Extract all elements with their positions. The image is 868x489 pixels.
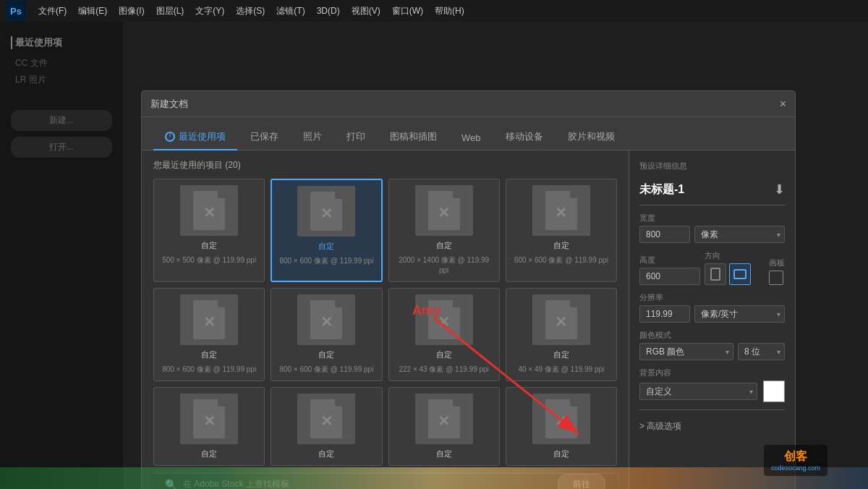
- corner-watermark: 创客 codesocang.com: [723, 431, 868, 489]
- dialog-close-button[interactable]: ×: [780, 98, 786, 110]
- template-card-2[interactable]: ✕ 自定 2000 × 1400 像素 @ 119.99 ppi: [388, 179, 500, 282]
- template-card-5[interactable]: ✕ 自定 800 × 600 像素 @ 119.99 ppi: [271, 288, 382, 381]
- tab-recent[interactable]: 最近使用项: [153, 124, 237, 150]
- doc-icon-8: ✕: [193, 399, 225, 438]
- template-thumb-9: ✕: [297, 394, 355, 444]
- template-card-9[interactable]: ✕ 自定: [271, 387, 382, 466]
- template-thumb-8: ✕: [180, 394, 238, 444]
- template-card-0[interactable]: ✕ 自定 500 × 500 像素 @ 119.99 ppi: [153, 179, 265, 282]
- bg-content-field-row: 背景内容 白色 黑色 背景色 透明 自定义: [639, 367, 785, 402]
- tab-film[interactable]: 胶片和视频: [556, 124, 626, 150]
- template-name-10: 自定: [436, 448, 452, 459]
- resolution-unit-select[interactable]: 像素/英寸 像素/厘米: [694, 305, 785, 323]
- tab-print[interactable]: 打印: [335, 124, 377, 150]
- menu-filter[interactable]: 滤镜(T): [271, 2, 310, 20]
- tab-saved[interactable]: 已保存: [239, 124, 290, 150]
- width-input[interactable]: [639, 226, 690, 243]
- background-area: 最近使用项 CC 文件 LR 照片 新建... 打开... 新建文档 × 最近使…: [0, 22, 868, 489]
- dialog-body: 您最近使用的项目 (20) ✕ 自定 500 × 500 像素 @ 119.99…: [142, 150, 795, 489]
- template-card-7[interactable]: ✕ 自定 40 × 49 像素 @ 119.99 ppi: [506, 288, 617, 381]
- height-label: 高度: [639, 255, 700, 265]
- template-size-0: 500 × 500 像素 @ 119.99 ppi: [162, 255, 256, 265]
- width-unit-select[interactable]: 像素 英寸 厘米: [694, 226, 785, 243]
- doc-icon-0: ✕: [193, 191, 225, 230]
- tab-mobile[interactable]: 移动设备: [494, 124, 555, 150]
- template-name-4: 自定: [201, 349, 217, 360]
- template-thumb-4: ✕: [180, 294, 238, 345]
- menu-bar: Ps 文件(F) 编辑(E) 图像(I) 图层(L) 文字(Y) 选择(S) 滤…: [0, 0, 868, 22]
- menu-text[interactable]: 文字(Y): [190, 2, 229, 20]
- menu-3d[interactable]: 3D(D): [312, 3, 345, 19]
- color-depth-select[interactable]: 8 位 16 位 32 位: [738, 343, 785, 360]
- doc-icon-7: ✕: [545, 300, 577, 339]
- tab-photo[interactable]: 照片: [292, 124, 333, 150]
- orientation-label: 方向: [705, 250, 765, 261]
- menu-window[interactable]: 窗口(W): [387, 2, 428, 20]
- svg-rect-0: [711, 268, 720, 280]
- menu-help[interactable]: 帮助(H): [430, 2, 469, 20]
- content-area: 您最近使用的项目 (20) ✕ 自定 500 × 500 像素 @ 119.99…: [142, 150, 629, 489]
- doc-icon-5: ✕: [310, 300, 342, 339]
- menu-layer[interactable]: 图层(L): [151, 2, 190, 20]
- template-name-5: 自定: [318, 349, 334, 360]
- menu-view[interactable]: 视图(V): [346, 2, 386, 20]
- new-document-dialog: 新建文档 × 最近使用项 已保存 照片 打印 图稿和插图 Web 移动设备 胶片…: [141, 90, 796, 489]
- color-mode-select[interactable]: RGB 颜色 CMYK 颜色 灰度: [639, 343, 733, 360]
- bg-content-select[interactable]: 白色 黑色 背景色 透明 自定义: [639, 383, 757, 400]
- template-size-1: 800 × 600 像素 @ 119.99 ppi: [279, 256, 373, 266]
- template-card-6[interactable]: ✕ 自定 222 × 43 像素 @ 119.99 ppi: [388, 288, 500, 381]
- template-card-10[interactable]: ✕ 自定: [388, 387, 500, 466]
- menu-file[interactable]: 文件(F): [33, 2, 72, 20]
- doc-icon-11: ✕: [545, 399, 577, 438]
- template-name-8: 自定: [201, 448, 217, 459]
- template-name-6: 自定: [436, 349, 452, 360]
- width-field-row: 宽度 像素 英寸 厘米: [639, 213, 785, 243]
- template-card-11[interactable]: ✕ 自定: [506, 387, 617, 466]
- resolution-field-row: 分辨率 像素/英寸 像素/厘米: [639, 292, 785, 323]
- color-mode-field-row: 颜色模式 RGB 颜色 CMYK 颜色 灰度 8 位: [639, 330, 785, 360]
- template-name-7: 自定: [553, 349, 569, 360]
- color-mode-wrap: RGB 颜色 CMYK 颜色 灰度: [639, 343, 733, 360]
- tab-art[interactable]: 图稿和插图: [378, 124, 448, 150]
- menu-edit[interactable]: 编辑(E): [73, 2, 112, 20]
- artboard-label: 画板: [769, 258, 785, 268]
- orientation-buttons: [705, 263, 765, 285]
- portrait-button[interactable]: [705, 263, 726, 285]
- template-card-4[interactable]: ✕ 自定 800 × 600 像素 @ 119.99 ppi: [153, 288, 265, 381]
- watermark-domain: codesocang.com: [771, 464, 820, 472]
- template-card-3[interactable]: ✕ 自定 600 × 600 像素 @ 119.99 ppi: [506, 179, 617, 282]
- height-input[interactable]: [639, 268, 700, 285]
- height-field-row: 高度: [639, 255, 700, 285]
- template-size-2: 2000 × 1400 像素 @ 119.99 ppi: [395, 255, 493, 276]
- color-mode-label: 颜色模式: [639, 330, 785, 341]
- template-thumb-2: ✕: [415, 185, 473, 236]
- save-preset-icon[interactable]: ⬇: [774, 182, 785, 197]
- menu-image[interactable]: 图像(I): [114, 2, 149, 20]
- landscape-button[interactable]: [729, 263, 751, 285]
- menu-select[interactable]: 选择(S): [231, 2, 270, 20]
- svg-rect-1: [734, 270, 746, 278]
- artboard-checkbox[interactable]: [769, 271, 783, 285]
- template-size-6: 222 × 43 像素 @ 119.99 ppi: [399, 365, 488, 375]
- template-name-2: 自定: [436, 240, 452, 251]
- template-thumb-0: ✕: [180, 185, 238, 236]
- tab-web[interactable]: Web: [450, 127, 493, 150]
- bg-content-wrap: 白色 黑色 背景色 透明 自定义: [639, 383, 757, 400]
- template-card-1[interactable]: ✕ 自定 800 × 600 像素 @ 119.99 ppi: [271, 179, 382, 282]
- ps-logo: Ps: [6, 1, 26, 21]
- doc-icon-4: ✕: [193, 300, 225, 339]
- template-name-1: 自定: [318, 241, 334, 252]
- template-thumb-5: ✕: [297, 294, 355, 345]
- template-card-8[interactable]: ✕ 自定: [153, 387, 265, 466]
- resolution-unit-wrap: 像素/英寸 像素/厘米: [694, 305, 785, 323]
- tab-bar: 最近使用项 已保存 照片 打印 图稿和插图 Web 移动设备 胶片和视频: [142, 117, 795, 150]
- doc-icon-1: ✕: [310, 192, 342, 231]
- template-name-0: 自定: [201, 240, 217, 251]
- template-name-11: 自定: [553, 448, 569, 459]
- doc-icon-10: ✕: [428, 399, 460, 438]
- bg-color-swatch[interactable]: [763, 380, 785, 402]
- template-thumb-6: ✕: [415, 294, 473, 345]
- resolution-input[interactable]: [639, 305, 690, 323]
- template-name-9: 自定: [318, 448, 334, 459]
- orientation-field-row: 方向: [705, 250, 765, 285]
